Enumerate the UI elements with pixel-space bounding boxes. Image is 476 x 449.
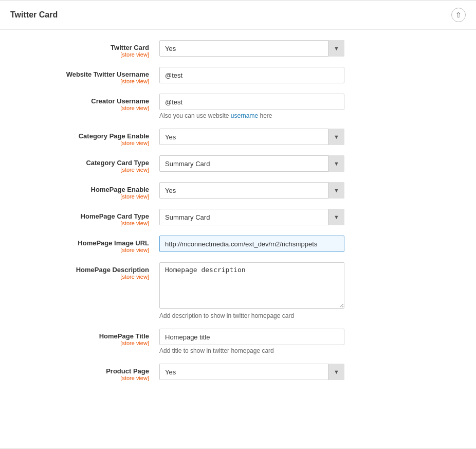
category-card-type-label: Category Card Type xyxy=(10,159,149,167)
homepage-image-url-input[interactable] xyxy=(159,236,344,252)
homepage-enable-select-wrapper: Yes No ▼ xyxy=(159,182,344,199)
twitter-card-section: Twitter Card ⇧ Twitter Card [store view]… xyxy=(0,0,476,449)
homepage-description-store-view: [store view] xyxy=(10,274,149,280)
homepage-card-type-row: HomePage Card Type [store view] Summary … xyxy=(10,209,466,226)
homepage-enable-field-col: Yes No ▼ xyxy=(159,182,466,199)
category-card-type-field-col: Summary Card Summary Card with Large Ima… xyxy=(159,155,466,172)
category-page-enable-label: Category Page Enable xyxy=(10,132,149,140)
homepage-title-label: HomePage Title xyxy=(10,332,149,340)
category-card-type-select-wrapper: Summary Card Summary Card with Large Ima… xyxy=(159,155,344,172)
creator-username-input[interactable] xyxy=(159,94,344,110)
category-page-enable-select[interactable]: Yes No xyxy=(159,129,344,145)
product-page-store-view: [store view] xyxy=(10,375,149,381)
website-twitter-username-input[interactable] xyxy=(159,67,344,83)
creator-username-label: Creator Username xyxy=(10,97,149,105)
website-twitter-username-label: Website Twitter Username xyxy=(10,70,149,78)
product-page-row: Product Page [store view] Yes No ▼ xyxy=(10,364,466,381)
homepage-enable-label-col: HomePage Enable [store view] xyxy=(10,182,159,200)
section-title: Twitter Card xyxy=(10,10,58,20)
website-twitter-username-store-view: [store view] xyxy=(10,78,149,84)
homepage-title-label-col: HomePage Title [store view] xyxy=(10,329,159,346)
homepage-image-url-store-view: [store view] xyxy=(10,247,149,253)
twitter-card-store-view: [store view] xyxy=(10,51,149,58)
homepage-description-label-col: HomePage Description [store view] xyxy=(10,262,159,280)
homepage-title-hint: Add title to show in twitter homepage ca… xyxy=(159,347,466,354)
category-card-type-select[interactable]: Summary Card Summary Card with Large Ima… xyxy=(159,155,344,172)
product-page-label: Product Page xyxy=(10,367,149,375)
twitter-card-field-col: Yes No ▼ xyxy=(159,40,466,57)
homepage-image-url-label: HomePage Image URL xyxy=(10,239,149,247)
homepage-title-field-col: Add title to show in twitter homepage ca… xyxy=(159,329,466,354)
homepage-enable-select[interactable]: Yes No xyxy=(159,182,344,199)
category-card-type-store-view: [store view] xyxy=(10,167,149,173)
twitter-card-row: Twitter Card [store view] Yes No ▼ xyxy=(10,40,466,58)
homepage-card-type-label: HomePage Card Type xyxy=(10,212,149,220)
homepage-description-row: HomePage Description [store view] Homepa… xyxy=(10,262,466,319)
creator-username-store-view: [store view] xyxy=(10,105,149,111)
homepage-image-url-field-col xyxy=(159,236,466,252)
category-card-type-label-col: Category Card Type [store view] xyxy=(10,155,159,173)
creator-username-row: Creator Username [store view] Also you c… xyxy=(10,94,466,119)
homepage-image-url-row: HomePage Image URL [store view] xyxy=(10,236,466,253)
homepage-card-type-select[interactable]: Summary Card Summary Card with Large Ima… xyxy=(159,209,344,225)
homepage-card-type-select-wrapper: Summary Card Summary Card with Large Ima… xyxy=(159,209,344,225)
creator-username-field-col: Also you can use website username here xyxy=(159,94,466,119)
homepage-title-store-view: [store view] xyxy=(10,340,149,346)
creator-username-hint: Also you can use website username here xyxy=(159,112,466,119)
product-page-select-wrapper: Yes No ▼ xyxy=(159,364,344,380)
homepage-card-type-field-col: Summary Card Summary Card with Large Ima… xyxy=(159,209,466,225)
website-twitter-username-field-col xyxy=(159,67,466,83)
category-page-enable-field-col: Yes No ▼ xyxy=(159,129,466,145)
homepage-card-type-label-col: HomePage Card Type [store view] xyxy=(10,209,159,226)
collapse-button[interactable]: ⇧ xyxy=(451,8,466,22)
homepage-description-textarea[interactable]: Homepage description xyxy=(159,262,344,309)
product-page-select[interactable]: Yes No xyxy=(159,364,344,380)
category-page-enable-store-view: [store view] xyxy=(10,140,149,146)
twitter-card-label: Twitter Card xyxy=(10,44,149,51)
twitter-card-select-wrapper: Yes No ▼ xyxy=(159,40,344,57)
category-page-enable-label-col: Category Page Enable [store view] xyxy=(10,129,159,146)
homepage-description-label: HomePage Description xyxy=(10,266,149,274)
category-page-enable-select-wrapper: Yes No ▼ xyxy=(159,129,344,145)
category-page-enable-row: Category Page Enable [store view] Yes No… xyxy=(10,129,466,146)
homepage-card-type-store-view: [store view] xyxy=(10,220,149,226)
homepage-description-hint: Add description to show in twitter homep… xyxy=(159,312,466,319)
homepage-description-field-col: Homepage description Add description to … xyxy=(159,262,466,319)
homepage-enable-label: HomePage Enable xyxy=(10,186,149,193)
website-twitter-username-row: Website Twitter Username [store view] xyxy=(10,67,466,84)
category-card-type-row: Category Card Type [store view] Summary … xyxy=(10,155,466,173)
hint-prefix: Also you can use website xyxy=(159,112,231,119)
twitter-card-select[interactable]: Yes No xyxy=(159,40,344,57)
collapse-icon: ⇧ xyxy=(455,11,462,19)
username-link[interactable]: username xyxy=(231,112,258,119)
homepage-image-url-label-col: HomePage Image URL [store view] xyxy=(10,236,159,253)
homepage-enable-store-view: [store view] xyxy=(10,193,149,200)
homepage-enable-row: HomePage Enable [store view] Yes No ▼ xyxy=(10,182,466,200)
hint-suffix: here xyxy=(258,112,272,119)
homepage-title-input[interactable] xyxy=(159,329,344,345)
twitter-card-label-col: Twitter Card [store view] xyxy=(10,40,159,58)
section-header: Twitter Card ⇧ xyxy=(0,1,476,30)
form-body: Twitter Card [store view] Yes No ▼ Websi… xyxy=(0,30,476,406)
creator-username-label-col: Creator Username [store view] xyxy=(10,94,159,111)
homepage-title-row: HomePage Title [store view] Add title to… xyxy=(10,329,466,354)
website-twitter-username-label-col: Website Twitter Username [store view] xyxy=(10,67,159,84)
product-page-label-col: Product Page [store view] xyxy=(10,364,159,381)
product-page-field-col: Yes No ▼ xyxy=(159,364,466,380)
